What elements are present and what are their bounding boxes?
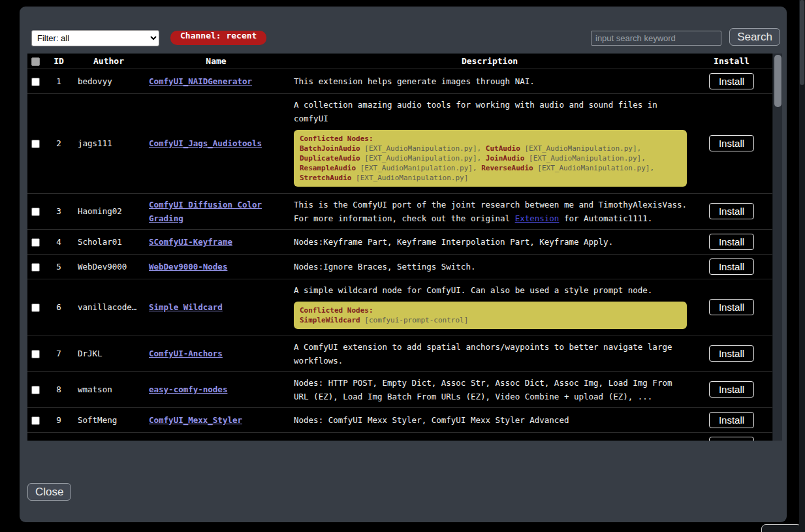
row-checkbox[interactable] (31, 263, 40, 272)
row-checkbox[interactable] (31, 208, 40, 216)
conflict-node-name: CutAudio (486, 144, 520, 153)
row-author: bedovyy (74, 69, 144, 93)
search-input[interactable] (591, 31, 721, 46)
row-description: Nodes: Yolov8Detection, Yolov8Segmentati… (289, 432, 691, 441)
row-description: A collection amazing audio tools for wor… (289, 93, 691, 193)
row-checkbox[interactable] (31, 140, 40, 148)
page-scrollbar[interactable] (799, 0, 805, 532)
conflict-node-source: [comfyui-prompt-control] (360, 316, 469, 324)
nodes-table: ID Author Name Description Install 1 bed… (27, 54, 782, 441)
node-name-link[interactable]: ComfyUI Diffusion Color Grading (149, 200, 262, 223)
node-name-link[interactable]: easy-comfy-nodes (149, 384, 227, 394)
row-id: 5 (44, 254, 74, 279)
row-checkbox[interactable] (31, 304, 40, 312)
table-row: 7 DrJKL ComfyUI-Anchors A ComfyUI extens… (27, 336, 772, 371)
custom-nodes-dialog: Filter: all Channel: recent Search ID Au… (20, 7, 787, 522)
conflict-node-name: JoinAudio (486, 154, 525, 163)
row-author: vanillacode314 (74, 279, 144, 336)
row-checkbox[interactable] (31, 238, 40, 247)
row-checkbox[interactable] (31, 78, 40, 86)
conflict-node-source: [EXT_AudioManipulation.py], (360, 154, 486, 163)
row-author: jags111 (74, 93, 144, 193)
description-text: for Automatic1111. (559, 213, 652, 223)
row-description: Nodes: ComfyUI Mexx Styler, ComfyUI Mexx… (289, 407, 691, 432)
conflicted-nodes-box: Conflicted Nodes:BatchJoinAudio [EXT_Aud… (294, 130, 687, 187)
conflicted-nodes-list: SimpleWildcard [comfyui-prompt-control] (300, 315, 681, 325)
node-name-link[interactable]: WebDev9000-Nodes (149, 262, 227, 272)
filter-select[interactable]: Filter: all (31, 30, 159, 46)
node-name-link[interactable]: ComfyUI_NAIDGenerator (149, 76, 252, 86)
table-scrollbar[interactable] (772, 54, 782, 441)
install-button[interactable]: Install (709, 234, 754, 250)
row-description: Nodes:Ignore Braces, Settings Switch. (289, 254, 691, 279)
row-id: 4 (44, 229, 74, 254)
install-button[interactable]: Install (709, 412, 754, 428)
install-button[interactable]: Install (709, 203, 754, 219)
conflicted-nodes-box: Conflicted Nodes:SimpleWildcard [comfyui… (294, 302, 687, 329)
row-description: This is the ComfyUI port of the joint re… (289, 193, 691, 229)
node-name-link[interactable]: ComfyUI Yolov8 (149, 440, 217, 441)
install-button[interactable]: Install (709, 381, 754, 398)
node-name-link[interactable]: ComfyUI-Anchors (149, 349, 223, 358)
conflict-node-name: DuplicateAudio (300, 154, 360, 163)
conflicted-nodes-title: Conflicted Nodes: (300, 134, 681, 144)
description-text: This extension helps generate images thr… (294, 76, 535, 86)
node-name-link[interactable]: ComfyUI_Mexx_Styler (149, 415, 242, 425)
row-author: WebDev9000 (74, 254, 144, 279)
row-id: 3 (44, 193, 74, 229)
node-name-link[interactable]: ComfyUI_Jags_Audiotools (149, 138, 262, 148)
header-name: Name (144, 54, 289, 69)
row-checkbox[interactable] (31, 350, 40, 358)
table-row: 9 SoftMeng ComfyUI_Mexx_Styler Nodes: Co… (27, 407, 772, 432)
page-scrollbar-thumb[interactable] (800, 0, 804, 85)
channel-badge: Channel: recent (170, 31, 266, 45)
row-id: 2 (44, 93, 74, 193)
conflict-node-name: StretchAudio (300, 174, 351, 182)
row-checkbox[interactable] (31, 386, 40, 394)
table-row: 8 wmatson easy-comfy-nodes Nodes: HTTP P… (27, 371, 772, 407)
conflict-node-source: [EXT_AudioManipulation.py] (351, 174, 468, 182)
search-button[interactable]: Search (729, 28, 780, 46)
table-row: 2 jags111 ComfyUI_Jags_Audiotools A coll… (27, 93, 772, 193)
conflict-node-source: [EXT_AudioManipulation.py], (533, 164, 654, 172)
conflict-node-source: [EXT_AudioManipulation.py], (520, 144, 641, 153)
node-table-body: 1 bedovyy ComfyUI_NAIDGenerator This ext… (27, 69, 772, 441)
install-button[interactable]: Install (709, 135, 754, 151)
conflict-node-source: [EXT_AudioManipulation.py], (524, 154, 645, 163)
row-author: Scholar01 (74, 229, 144, 254)
description-link[interactable]: Extension (515, 213, 560, 223)
row-author: zcfrank1st (74, 432, 144, 441)
description-text: Nodes:Keyframe Part, Keyframe Interpolat… (294, 237, 613, 247)
select-all-checkbox[interactable] (31, 57, 40, 66)
row-checkbox[interactable] (31, 416, 40, 425)
row-id: 9 (44, 407, 74, 432)
header-description: Description (289, 54, 691, 69)
table-scrollbar-thumb[interactable] (774, 55, 781, 107)
row-id: 8 (44, 371, 74, 407)
install-button[interactable]: Install (709, 299, 754, 315)
description-text: Nodes:Ignore Braces, Settings Switch. (294, 262, 475, 272)
install-button[interactable]: Install (709, 437, 754, 441)
header-author: Author (74, 54, 144, 69)
conflict-node-name: BatchJoinAudio (300, 144, 360, 153)
node-name-link[interactable]: SComfyUI-Keyframe (149, 237, 232, 247)
close-button[interactable]: Close (27, 483, 71, 501)
row-author: wmatson (74, 371, 144, 407)
background-partial-button (761, 524, 802, 532)
description-text: A collection amazing audio tools for wor… (294, 100, 657, 123)
install-button[interactable]: Install (709, 258, 754, 275)
row-description: Nodes: HTTP POST, Empty Dict, Assoc Str,… (289, 371, 691, 407)
conflicted-nodes-list: BatchJoinAudio [EXT_AudioManipulation.py… (300, 144, 681, 183)
install-button[interactable]: Install (709, 345, 754, 362)
conflict-node-name: SimpleWildcard (300, 316, 360, 324)
conflict-node-source: [EXT_AudioManipulation.py], (356, 164, 481, 172)
conflict-node-name: ReverseAudio (481, 164, 533, 172)
row-description: Nodes:Keyframe Part, Keyframe Interpolat… (289, 229, 691, 254)
install-button[interactable]: Install (709, 73, 754, 89)
row-id: 1 (44, 69, 74, 93)
node-name-link[interactable]: Simple Wildcard (149, 302, 223, 312)
description-text: A simple wildcard node for ComfyUI. Can … (294, 285, 652, 295)
row-author: DrJKL (74, 336, 144, 371)
row-description: A simple wildcard node for ComfyUI. Can … (289, 279, 691, 336)
row-id: 7 (44, 336, 74, 371)
